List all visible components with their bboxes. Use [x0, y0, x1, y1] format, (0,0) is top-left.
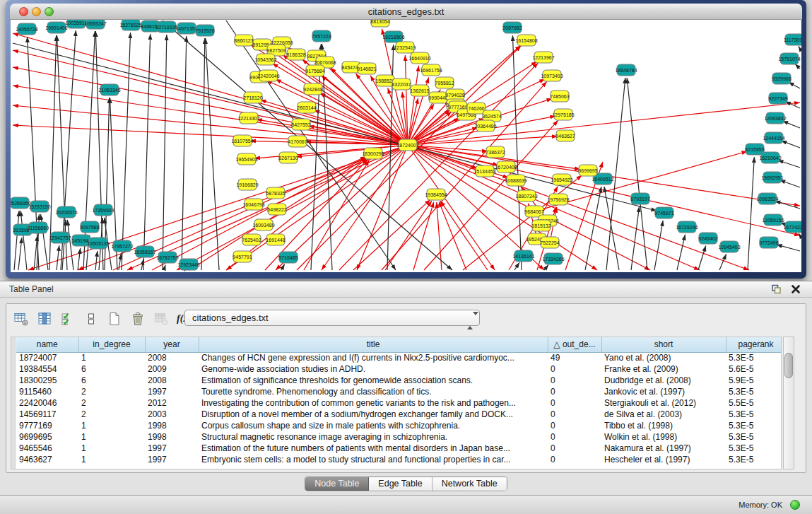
graph-node-label: 16782759 [156, 255, 178, 260]
column-header-year[interactable]: year [145, 337, 199, 352]
network-table-select[interactable]: citations_edges.txt [184, 310, 480, 326]
graph-edge [122, 33, 131, 270]
table-row[interactable]: 969969511998Structural magnetic resonanc… [16, 431, 782, 443]
table-cell: 9777169 [16, 420, 78, 431]
table-cell: 5.3E-5 [726, 386, 782, 397]
table-cell: 5.3E-5 [726, 454, 782, 465]
graph-edge [698, 246, 706, 270]
graph-node-label: 5498222 [267, 207, 286, 212]
graph-node-label: 7957224 [312, 34, 331, 39]
table-row[interactable]: 2242004622012Investigating the contribut… [16, 397, 782, 409]
table-cell: Embryonic stem cells: a model to study s… [199, 454, 548, 465]
table-cell: 5.3E-5 [726, 409, 782, 420]
graph-edge [677, 235, 686, 270]
table-row[interactable]: 946554611997Estimation of the future num… [16, 443, 782, 454]
graph-node-label: 9827509 [266, 48, 286, 53]
float-window-icon[interactable] [770, 284, 782, 296]
table-panel-title: Table Panel [9, 284, 54, 294]
scrollbar-thumb[interactable] [784, 353, 793, 378]
column-chooser-icon[interactable] [37, 311, 52, 327]
graph-edge [408, 145, 800, 235]
trash-icon[interactable] [130, 311, 146, 327]
table-panel-header: Table Panel [0, 281, 812, 298]
table-row[interactable]: 1872400712008Changes of HCN gene express… [16, 352, 782, 363]
graph-edge [206, 38, 219, 270]
table-toolbar: f(x) [13, 310, 192, 328]
graph-node-label: 7485063 [550, 94, 569, 99]
graph-edge [163, 35, 167, 270]
graph-node-label: 24055728 [16, 27, 37, 32]
tab-edge-table[interactable]: Edge Table [369, 477, 432, 491]
graph-node-label: 16409512 [592, 177, 613, 182]
column-header-outde[interactable]: △ out_de... [548, 337, 601, 352]
graph-node-label: 9146821 [357, 66, 376, 71]
table-cell: Tibbo et al. (1998) [601, 420, 726, 431]
graph-node-label: 18724007 [396, 143, 418, 148]
close-panel-icon[interactable] [790, 284, 801, 295]
table-panel: Table Panel f(x) citations_edges.txt nam… [0, 281, 812, 495]
table-cell: Investigating the contribution of common… [199, 397, 548, 409]
graph-node-label: 2087682 [502, 25, 522, 30]
table-row[interactable]: 911546021997Tourette syndrome. Phenomeno… [16, 386, 782, 397]
table-row[interactable]: 1830029562008Estimation of significance … [16, 375, 782, 386]
window-titlebar[interactable]: citations_edges.txt [10, 4, 802, 20]
table-cell: Stergiakouli et al. (2012) [601, 397, 726, 409]
table-cell: 2008 [145, 352, 199, 363]
table-row[interactable]: 946362711997Embryonic stem cells: a mode… [16, 454, 782, 465]
graph-node-label: 17359924 [92, 208, 114, 213]
close-window-button[interactable] [19, 7, 28, 16]
table-cell: 18300295 [16, 375, 78, 386]
graph-node-label: 8322037 [392, 82, 411, 87]
column-header-indegree[interactable]: in_degree [78, 337, 145, 352]
graph-node-label: 10688639 [505, 178, 526, 183]
zoom-window-button[interactable] [45, 7, 54, 16]
table-cell: 9115460 [16, 386, 78, 397]
network-view-canvas[interactable]: 2405572820691406100359181065524715276025… [11, 20, 801, 272]
vertical-scrollbar[interactable] [783, 337, 794, 469]
graph-node-label: 10719195 [155, 25, 177, 30]
table-settings-icon[interactable] [13, 311, 29, 327]
graph-edge [95, 31, 103, 270]
table-cell: 1997 [145, 443, 199, 454]
graph-node-label: 1815132 [531, 223, 551, 228]
network-graph[interactable]: 2405572820691406100359181065524715276025… [11, 20, 801, 272]
column-header-name[interactable]: name [16, 337, 78, 352]
graph-edge [719, 254, 726, 270]
table-cell: 1 [78, 454, 145, 465]
table-cell: 0 [548, 409, 601, 420]
table-cell: de Silva et al. (2003) [601, 409, 726, 420]
column-header-pagerank[interactable]: pagerank [726, 337, 782, 352]
table-row[interactable]: 1456911722003Disruption of a novel membe… [16, 409, 782, 420]
tab-network-table[interactable]: Network Table [433, 477, 507, 491]
tab-node-table[interactable]: Node Table [305, 477, 369, 491]
graph-node-label: 1691448 [266, 238, 285, 243]
graph-edge [779, 180, 800, 187]
table-row[interactable]: 1938455462009Genome-wide association stu… [16, 363, 782, 375]
graph-node-label: 14671355 [175, 26, 197, 31]
column-header-short[interactable]: short [601, 337, 726, 352]
table-row[interactable]: 977716911998Corpus callosum shape and si… [16, 420, 782, 431]
table-cell: Franke et al. (2009) [601, 363, 726, 375]
graph-node-label: 17957272 [111, 244, 133, 249]
graph-edge [627, 78, 647, 270]
new-file-icon[interactable] [107, 311, 122, 327]
graph-edge [13, 67, 408, 145]
graph-node-label: 6793197 [630, 197, 649, 201]
table-cell: 2012 [145, 397, 199, 409]
graph-node-label: 12923446 [177, 262, 199, 267]
graph-node-label: 10973493 [541, 74, 563, 78]
minimize-window-button[interactable] [32, 7, 41, 16]
table-cell: 5.3E-5 [726, 352, 782, 363]
row-pair-icon[interactable] [83, 311, 99, 327]
table-cell: 5.3E-5 [726, 431, 782, 443]
memory-status-label: Memory: OK [739, 501, 782, 509]
graph-edge [83, 31, 95, 270]
column-header-title[interactable]: title [199, 337, 548, 352]
graph-node-label: 19654903 [235, 157, 257, 162]
table-cell: 2009 [145, 363, 199, 375]
row-checkboxes-icon[interactable] [60, 311, 76, 327]
table-cell: 19384554 [16, 363, 78, 375]
graph-edge [795, 64, 800, 69]
table-cell: 0 [548, 397, 601, 409]
graph-node-label: 7625402 [242, 238, 261, 243]
